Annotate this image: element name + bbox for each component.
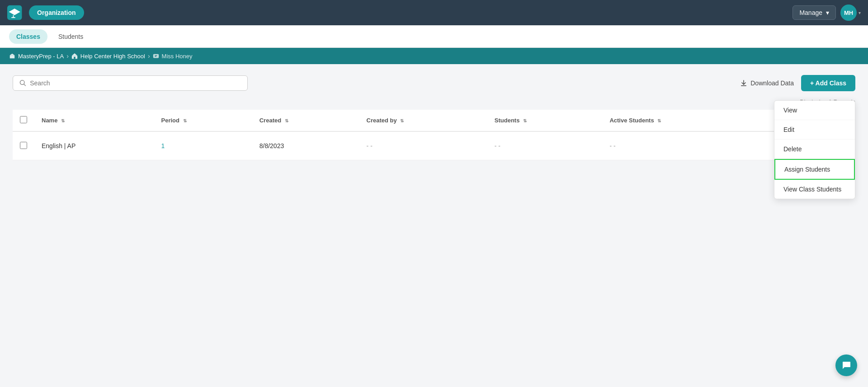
row-active-students: - - [602, 131, 765, 160]
header-active-students: Active Students ⇅ [602, 110, 765, 131]
table-header: Name ⇅ Period ⇅ Created ⇅ Created by ⇅ S… [13, 110, 855, 131]
row-period[interactable]: 1 [154, 131, 252, 160]
table-row: English | AP 1 8/8/2023 - - - - - - ··· [13, 131, 855, 160]
created-by-sort-icon[interactable]: ⇅ [400, 118, 404, 123]
avatar-chevron-icon: ▾ [859, 10, 861, 15]
add-class-button[interactable]: + Add Class [801, 75, 855, 91]
students-sort-icon[interactable]: ⇅ [523, 118, 527, 123]
chat-bubble[interactable] [835, 354, 857, 376]
avatar-wrapper[interactable]: MH ▾ [840, 5, 861, 21]
breadcrumb-separator-1: › [66, 52, 69, 60]
header-created: Created ⇅ [252, 110, 359, 131]
header-created-by: Created by ⇅ [359, 110, 487, 131]
download-icon [740, 79, 747, 87]
organization-button[interactable]: Organization [29, 5, 84, 20]
logo [7, 5, 24, 21]
context-menu-view-class-students[interactable]: View Class Students [774, 180, 855, 199]
toolbar-right: Download Data + Add Class [740, 75, 855, 91]
breadcrumb-masteryprep[interactable]: MasteryPrep - LA [9, 53, 64, 60]
select-all-checkbox[interactable] [20, 116, 27, 123]
svg-rect-8 [74, 57, 75, 59]
svg-rect-4 [10, 55, 15, 58]
row-created: 8/8/2023 [252, 131, 359, 160]
name-sort-icon[interactable]: ⇅ [61, 118, 65, 123]
row-name: English | AP [34, 131, 154, 160]
svg-line-13 [24, 84, 25, 85]
top-nav: Organization Manage ▾ MH ▾ [0, 0, 868, 25]
main-content: Download Data + Add Class Displaying 1 R… [0, 64, 868, 383]
breadcrumb-school[interactable]: Help Center High School [71, 53, 145, 60]
nav-right: Manage ▾ MH ▾ [793, 5, 861, 21]
row-checkbox-cell [13, 131, 34, 160]
active-students-sort-icon[interactable]: ⇅ [657, 118, 661, 123]
search-input[interactable] [30, 79, 241, 87]
table-body: English | AP 1 8/8/2023 - - - - - - ··· [13, 131, 855, 160]
row-select-checkbox[interactable] [20, 142, 27, 149]
context-menu: View Edit Delete Assign Students View Cl… [774, 100, 855, 199]
svg-marker-7 [72, 53, 77, 56]
period-sort-icon[interactable]: ⇅ [183, 118, 187, 123]
avatar[interactable]: MH [840, 5, 857, 21]
context-menu-delete[interactable]: Delete [774, 140, 855, 159]
header-name: Name ⇅ [34, 110, 154, 131]
context-menu-edit[interactable]: Edit [774, 120, 855, 140]
svg-marker-5 [10, 54, 15, 56]
toolbar: Download Data + Add Class [13, 75, 855, 91]
tab-classes[interactable]: Classes [9, 29, 47, 44]
chat-icon [841, 360, 851, 370]
header-students: Students ⇅ [487, 110, 603, 131]
data-table: Name ⇅ Period ⇅ Created ⇅ Created by ⇅ S… [13, 110, 855, 160]
row-students: - - [487, 131, 603, 160]
context-menu-view[interactable]: View [774, 101, 855, 120]
row-created-by: - - [359, 131, 487, 160]
download-data-button[interactable]: Download Data [740, 79, 794, 87]
breadcrumb-separator-2: › [148, 52, 150, 60]
breadcrumb-teacher[interactable]: Miss Honey [153, 53, 193, 60]
header-checkbox-cell [13, 110, 34, 131]
svg-rect-15 [741, 85, 746, 86]
header-period: Period ⇅ [154, 110, 252, 131]
svg-rect-3 [11, 17, 15, 18]
search-icon [19, 79, 26, 87]
nav-left: Organization [7, 5, 84, 21]
breadcrumb-bar: MasteryPrep - LA › Help Center High Scho… [0, 48, 868, 64]
records-count: Displaying 1 Records [13, 98, 855, 105]
search-box [13, 75, 248, 91]
context-menu-assign-students[interactable]: Assign Students [774, 159, 855, 180]
svg-rect-9 [153, 54, 158, 58]
sub-nav: Classes Students [0, 25, 868, 48]
tab-students[interactable]: Students [51, 29, 90, 44]
chevron-down-icon: ▾ [826, 9, 829, 16]
manage-button[interactable]: Manage ▾ [793, 5, 836, 20]
created-sort-icon[interactable]: ⇅ [285, 118, 288, 123]
